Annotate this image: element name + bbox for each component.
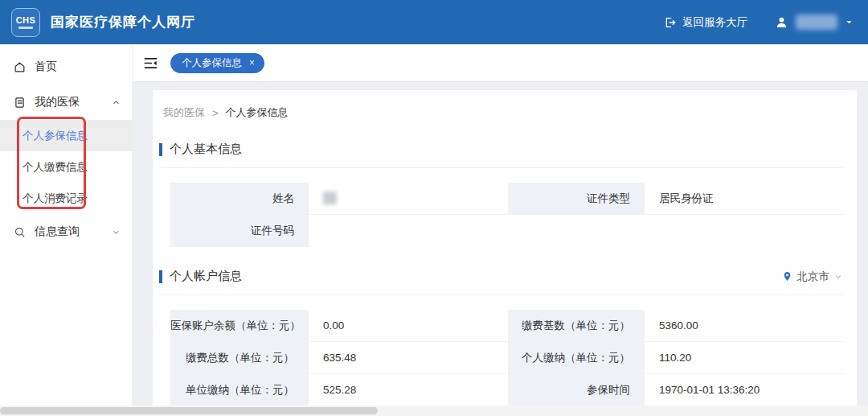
chevron-up-icon: [112, 98, 121, 107]
section-bar: [159, 270, 162, 283]
field-label: 参保时间: [508, 374, 645, 406]
field-label: 医保账户余额（单位：元）: [170, 310, 309, 342]
field-label: 单位缴纳（单位：元）: [170, 374, 309, 406]
user-icon: [775, 15, 788, 29]
menu-fold-icon[interactable]: [143, 56, 158, 71]
field-label: 缴费总数（单位：元）: [170, 342, 309, 374]
app-title: 国家医疗保障个人网厅: [51, 13, 195, 31]
section-divider: [159, 294, 844, 295]
sidebar: 首页 我的医保 个人参保信息 个人缴费信息 个人消费记录: [0, 44, 133, 416]
exit-hall-icon: [664, 16, 677, 29]
sidebar-item-home[interactable]: 首页: [0, 49, 132, 84]
field-label: 缴费基数（单位：元）: [508, 310, 645, 342]
chs-logo: CHS: [11, 8, 40, 37]
content-area: 我的医保 > 个人参保信息 个人基本信息 姓名 证件类型 居民身份证: [133, 82, 868, 416]
tab-enrollment-info[interactable]: 个人参保信息 ×: [170, 53, 264, 73]
sidebar-subitem-payment-info[interactable]: 个人缴费信息: [0, 151, 132, 183]
sidebar-subitem-enrollment-info[interactable]: 个人参保信息: [0, 120, 132, 151]
breadcrumb-separator: >: [212, 107, 219, 119]
horizontal-scrollbar-thumb[interactable]: [0, 407, 378, 414]
tab-bar: 个人参保信息 ×: [133, 44, 868, 82]
home-icon: [12, 60, 27, 74]
username-blurred: [796, 14, 837, 30]
section-bar: [159, 143, 162, 156]
field-label-cert-type: 证件类型: [508, 183, 645, 215]
field-value: 525.28: [309, 374, 508, 406]
breadcrumb: 我的医保 > 个人参保信息: [159, 105, 844, 120]
field-value: 635.48: [309, 342, 508, 374]
field-value-name: [309, 183, 508, 215]
chevron-down-icon: [834, 273, 842, 281]
document-icon: [12, 95, 27, 109]
section-divider: [159, 167, 844, 168]
field-value-cert-type: 居民身份证: [645, 183, 844, 215]
field-label-cert-number: 证件号码: [170, 215, 309, 247]
field-label-name: 姓名: [170, 183, 309, 215]
breadcrumb-parent[interactable]: 我的医保: [163, 105, 205, 120]
account-info-table: 医保账户余额（单位：元） 0.00 缴费基数（单位：元） 5360.00 缴费总…: [170, 310, 844, 406]
search-icon: [12, 224, 27, 239]
section-title-text: 个人基本信息: [170, 142, 242, 157]
section-title-account-info: 个人帐户信息: [159, 269, 242, 284]
field-value: 0.00: [309, 310, 508, 342]
basic-info-table: 姓名 证件类型 居民身份证 证件号码: [170, 183, 844, 247]
section-title-text: 个人帐户信息: [170, 269, 242, 284]
field-value-cert-number: [309, 215, 844, 247]
field-value: 5360.00: [645, 310, 844, 342]
main-card: 我的医保 > 个人参保信息 个人基本信息 姓名 证件类型 居民身份证: [153, 90, 857, 416]
tab-label: 个人参保信息: [182, 56, 242, 70]
field-label: 个人缴纳（单位：元）: [508, 342, 645, 374]
chevron-down-icon[interactable]: [845, 18, 854, 27]
return-service-hall-button[interactable]: 返回服务大厅: [664, 15, 747, 30]
region-name: 北京市: [797, 270, 830, 284]
sidebar-subitem-label: 个人消费记录: [23, 192, 88, 206]
sidebar-subitem-consumption-records[interactable]: 个人消费记录: [0, 183, 132, 214]
field-value: 110.20: [645, 342, 844, 374]
logo-subtext-bar: [18, 27, 33, 29]
logo-text: CHS: [16, 16, 36, 25]
region-selector[interactable]: 北京市: [782, 270, 843, 284]
chevron-down-icon: [112, 228, 121, 237]
sidebar-item-label: 我的医保: [35, 95, 112, 109]
breadcrumb-current: 个人参保信息: [226, 105, 289, 120]
user-menu[interactable]: [775, 14, 854, 30]
sidebar-subitem-label: 个人缴费信息: [23, 160, 88, 175]
sidebar-subitem-label: 个人参保信息: [23, 129, 88, 143]
section-title-basic-info: 个人基本信息: [159, 142, 242, 157]
return-hall-label: 返回服务大厅: [682, 15, 747, 30]
location-pin-icon: [782, 270, 792, 282]
sidebar-item-my-insurance[interactable]: 我的医保: [0, 84, 132, 120]
masked-name-value: [323, 192, 337, 204]
tab-close-icon[interactable]: ×: [249, 58, 255, 68]
sidebar-item-label: 信息查询: [35, 224, 112, 239]
field-value: 1970-01-01 13:36:20: [645, 374, 844, 406]
sidebar-item-label: 首页: [35, 60, 121, 74]
sidebar-item-info-query[interactable]: 信息查询: [0, 214, 132, 249]
app-header: CHS 国家医疗保障个人网厅 返回服务大厅: [0, 0, 868, 44]
